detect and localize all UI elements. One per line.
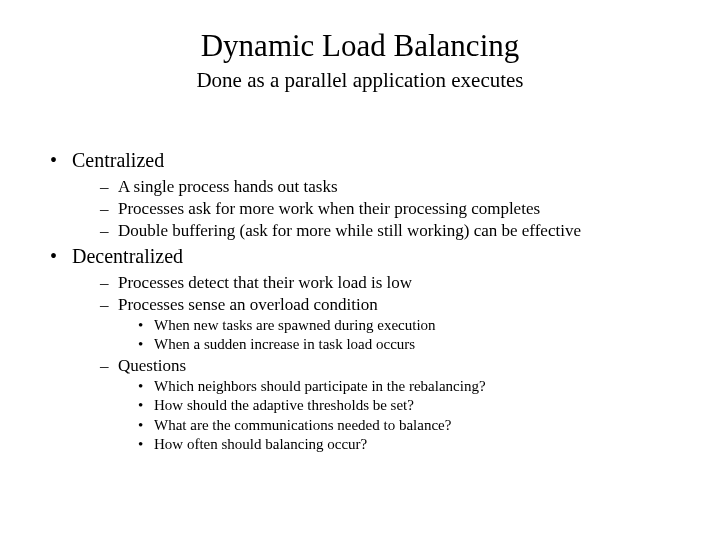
question-item: What are the communications needed to ba… — [154, 416, 690, 436]
question-item: How should the adaptive thresholds be se… — [154, 396, 690, 416]
decentralized-item: Processes sense an overload condition — [118, 294, 690, 316]
decentralized-questions: Questions — [118, 355, 690, 377]
decentralized-item: Processes detect that their work load is… — [118, 272, 690, 294]
centralized-item: Processes ask for more work when their p… — [118, 198, 690, 220]
centralized-item: A single process hands out tasks — [118, 176, 690, 198]
bullet-decentralized: Decentralized — [72, 245, 690, 268]
bullet-centralized: Centralized — [72, 149, 690, 172]
question-item: How often should balancing occur? — [154, 435, 690, 455]
question-item: Which neighbors should participate in th… — [154, 377, 690, 397]
content-list: Centralized A single process hands out t… — [30, 149, 690, 455]
centralized-item: Double buffering (ask for more while sti… — [118, 220, 690, 242]
overload-subitem: When new tasks are spawned during execut… — [154, 316, 690, 336]
slide-subtitle: Done as a parallel application executes — [30, 68, 690, 93]
slide-title: Dynamic Load Balancing — [30, 28, 690, 64]
overload-subitem: When a sudden increase in task load occu… — [154, 335, 690, 355]
